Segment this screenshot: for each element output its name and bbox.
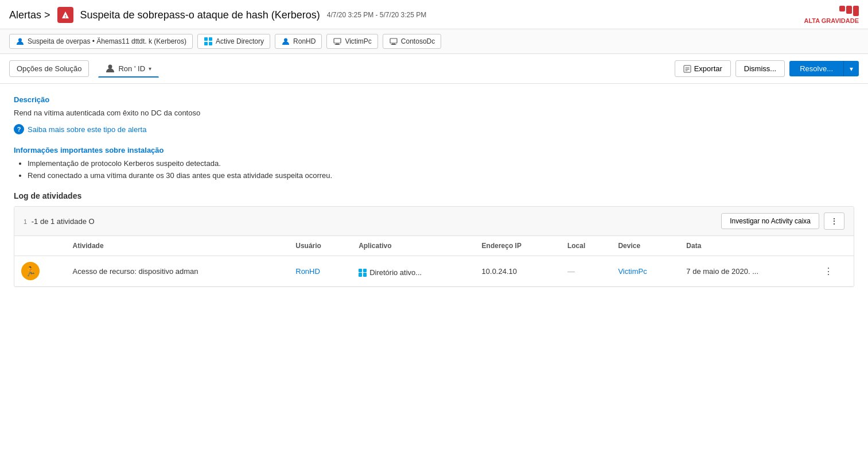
tag-active-directory[interactable]: Active Directory (197, 34, 270, 49)
tag-victimpc-label: VictimPc (345, 37, 371, 45)
table-actions: Investigar no Activity caixa ⋮ (721, 212, 844, 230)
info-item-0: Implementação de protocolo Kerberos susp… (28, 159, 854, 168)
alert-severity-icon: ! (57, 7, 73, 23)
resolve-dropdown-button[interactable]: ▾ (843, 61, 859, 76)
row-device-value[interactable]: VictimPc (618, 267, 647, 276)
tag-ronhd-label: RonHD (293, 37, 316, 45)
computer-icon (389, 37, 398, 46)
description-text: Rend na vítima autenticada com êxito no … (14, 109, 854, 117)
page-title: Suspeita de sobrepass-o ataque de hash (… (80, 9, 320, 21)
col-location: Local (560, 236, 612, 256)
table-row: 🏃 Acesso de recurso: dispositivo adman R… (14, 256, 854, 287)
table-header-row: Atividade Usuário Aplicativo Endereço IP… (14, 236, 854, 256)
filter-icon: ⋮ (830, 216, 838, 226)
action-bar: Opções de Solução Ron ' ID ▾ Exportar Di… (0, 54, 868, 84)
svg-point-10 (108, 65, 112, 69)
col-app: Aplicativo (352, 236, 474, 256)
tags-bar: Suspeita de overpas • Ähemas11 dttdt. k … (0, 29, 868, 54)
tag-kerberos[interactable]: Suspeita de overpas • Ähemas11 dttdt. k … (9, 34, 193, 49)
activity-run-icon: 🏃 (21, 262, 40, 280)
col-ip: Endereço IP (475, 236, 560, 256)
header-left: Alertas > ! Suspeita de sobrepass-o ataq… (9, 7, 804, 23)
user-icon (15, 37, 25, 46)
activity-table-header-bar: 1 -1 de 1 atividade O Investigar no Acti… (14, 207, 854, 236)
resolve-dropdown-chevron-icon: ▾ (850, 65, 853, 73)
learn-more-label: Saiba mais sobre este tipo de alerta (28, 125, 146, 134)
activity-log-title: Log de atividades (14, 191, 854, 200)
breadcrumb: Alertas > (9, 9, 50, 21)
col-user: Usuário (289, 236, 352, 256)
activity-count-label: -1 de 1 atividade O (32, 217, 95, 226)
svg-text:!: ! (64, 14, 66, 19)
user-dropdown[interactable]: Ron ' ID ▾ (98, 60, 159, 78)
activity-count-num: 1 (24, 218, 27, 225)
tag-ronhd[interactable]: RonHD (275, 34, 322, 49)
tag-contosodc[interactable]: ContosoDc (383, 34, 441, 49)
row-app-value: Diretório ativo... (369, 268, 422, 277)
tag-active-directory-label: Active Directory (216, 37, 264, 45)
app-icon-row: Diretório ativo... (359, 268, 422, 277)
filter-button[interactable]: ⋮ (824, 212, 844, 230)
resolve-button-group: Resolve... ▾ (789, 61, 859, 76)
tag-contosodc-label: ContosoDc (401, 37, 435, 45)
top-header: Alertas > ! Suspeita de sobrepass-o ataq… (0, 0, 868, 29)
action-bar-right: Exportar Dismiss... Resolve... ▾ (675, 60, 859, 77)
user-dropdown-icon (106, 64, 115, 73)
info-list: Implementação de protocolo Kerberos susp… (28, 159, 854, 180)
row-date: 7 de maio de 2020. ... (679, 256, 817, 287)
row-user-value[interactable]: RonHD (295, 267, 320, 276)
run-icon: 🏃 (25, 266, 36, 277)
row-device: VictimPc (611, 256, 679, 287)
solution-options-button[interactable]: Opções de Solução (9, 60, 89, 77)
severity-label: ALTA GRAVIDADE (804, 17, 859, 24)
svg-rect-7 (390, 38, 397, 43)
action-bar-left: Opções de Solução Ron ' ID ▾ (9, 60, 159, 78)
col-icon (14, 236, 66, 256)
row-more-cell: ⋮ (817, 256, 854, 287)
date-range: 4/7/20 3:25 PM - 5/7/20 3:25 PM (327, 11, 426, 19)
learn-more-link[interactable]: ? Saiba mais sobre este tipo de alerta (14, 124, 146, 134)
export-label: Exportar (694, 64, 722, 73)
info-section: Informações importantes sobre instalação… (14, 146, 854, 180)
resolve-button[interactable]: Resolve... (789, 61, 843, 76)
row-more-icon[interactable]: ⋮ (824, 266, 833, 276)
investigate-button[interactable]: Investigar no Activity caixa (721, 213, 819, 229)
chevron-down-icon: ▾ (149, 65, 151, 72)
tag-kerberos-label: Suspeita de overpas • Ähemas11 dttdt. k … (28, 37, 186, 45)
col-device: Device (611, 236, 679, 256)
col-date: Data (679, 236, 817, 256)
severity-badge: ALTA GRAVIDADE (804, 6, 859, 24)
col-activity: Atividade (66, 236, 289, 256)
windows-app-icon (359, 269, 367, 277)
computer-icon (333, 37, 342, 46)
row-user: RonHD (289, 256, 352, 287)
activity-table-container: 1 -1 de 1 atividade O Investigar no Acti… (14, 206, 854, 287)
info-title: Informações importantes sobre instalação (14, 146, 854, 154)
activity-section: Log de atividades 1 -1 de 1 atividade O … (14, 191, 854, 287)
windows-icon (204, 37, 213, 46)
user-dropdown-label: Ron ' ID (118, 64, 145, 73)
description-title: Descrição (14, 95, 854, 104)
svg-point-2 (18, 38, 22, 42)
info-icon: ? (14, 124, 24, 134)
activity-count: 1 -1 de 1 atividade O (24, 217, 95, 226)
info-item-1: Rend conectado a uma vítima durante os 3… (28, 171, 854, 180)
export-button[interactable]: Exportar (675, 60, 731, 77)
row-location-value: — (567, 267, 575, 276)
svg-point-3 (284, 38, 287, 42)
row-icon-cell: 🏃 (14, 256, 66, 287)
row-app: Diretório ativo... (352, 256, 474, 287)
dismiss-button[interactable]: Dismiss... (735, 60, 785, 77)
row-location: — (560, 256, 612, 287)
row-activity: Acesso de recurso: dispositivo adman (66, 256, 289, 287)
col-more (817, 236, 854, 256)
svg-rect-4 (334, 38, 341, 43)
tag-victimpc[interactable]: VictimPc (326, 34, 377, 49)
export-icon (683, 65, 691, 73)
row-ip: 10.0.24.10 (475, 256, 560, 287)
activity-table: Atividade Usuário Aplicativo Endereço IP… (14, 236, 854, 287)
main-content: Descrição Rend na vítima autenticada com… (0, 84, 868, 299)
description-section: Descrição Rend na vítima autenticada com… (14, 95, 854, 146)
user-icon (281, 37, 290, 46)
